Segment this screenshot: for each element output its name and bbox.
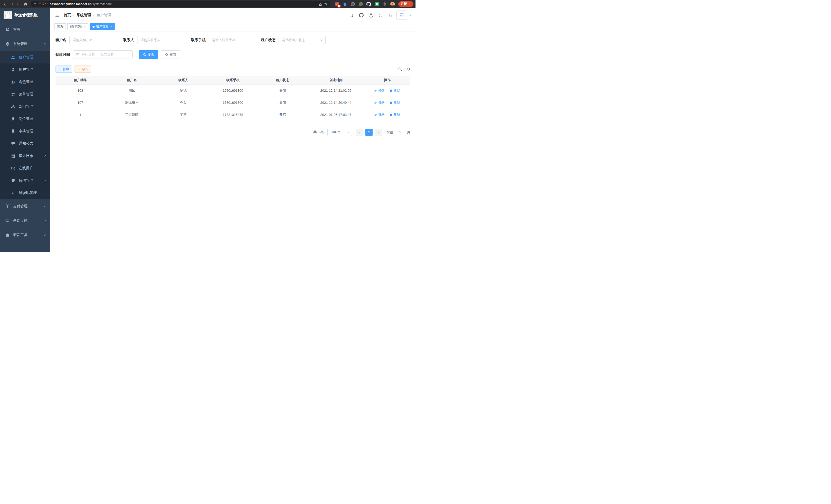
browser-menu-icon[interactable]: ⋮ (408, 2, 411, 6)
update-button[interactable]: 更新 ⋮ (398, 1, 413, 7)
browser-back-button[interactable] (2, 1, 9, 7)
page-size-select[interactable]: 10条/页 (327, 129, 352, 136)
font-size-icon[interactable] (387, 11, 395, 19)
edit-button[interactable]: 修改 (374, 100, 385, 105)
date-range-picker[interactable]: 开始日期 - 结束日期 (73, 50, 133, 59)
next-page-button[interactable]: › (375, 129, 382, 136)
tab-close-icon[interactable]: × (110, 25, 112, 28)
delete-button[interactable]: 删除 (390, 113, 400, 117)
sidebar-item-post-management[interactable]: 岗位管理 (0, 113, 50, 125)
sms-shield-icon (11, 178, 16, 183)
col-status: 租户状态 (258, 76, 307, 85)
url-bar[interactable]: 不安全 dashboard.yudao.iocoder.cn/system/te… (31, 1, 330, 7)
tab-home[interactable]: 首页 (55, 23, 66, 30)
breadcrumb-home[interactable]: 首页 (64, 13, 71, 18)
sidebar-item-tenant-management[interactable]: 租户管理 (0, 51, 50, 63)
date-separator: - (97, 53, 98, 57)
cell-tenant-id: 1 (56, 109, 105, 121)
sidebar-item-dept-management[interactable]: 部门管理 (0, 100, 50, 113)
phone-label: 联系手机 (191, 38, 206, 42)
browser-home-button[interactable] (22, 1, 29, 7)
chevron-down-icon (43, 154, 46, 157)
tenant-name-input[interactable] (69, 36, 117, 44)
sidebar-group-dev-tools[interactable]: 研发工具 (0, 228, 50, 242)
table-refresh-button[interactable] (406, 67, 410, 71)
sidebar-item-home[interactable]: 首页 (0, 22, 50, 37)
extension-badge: 10 (337, 5, 341, 8)
sidebar-item-dict-management[interactable]: 字典管理 (0, 125, 50, 138)
cell-created: 2021-01-05 17:03:47 (307, 109, 364, 121)
puzzle-extension-icon[interactable] (382, 2, 387, 7)
prev-page-button[interactable]: ‹ (356, 129, 363, 136)
reset-button[interactable]: 重置 (161, 50, 180, 59)
user-avatar[interactable] (397, 10, 407, 20)
gray-sphere-extension-icon[interactable] (350, 2, 355, 7)
table-row: 108 测试 测试 15601691300 关闭 2021-12-14 21:0… (56, 85, 410, 97)
sidebar-group-system[interactable]: 系统管理 (0, 37, 50, 51)
sidebar-toggle-icon[interactable] (55, 13, 60, 17)
tab-tenant-management[interactable]: 租户管理 × (90, 23, 115, 30)
delete-button[interactable]: 删除 (390, 100, 400, 105)
browser-toolbar: 不安全 dashboard.yudao.iocoder.cn/system/te… (0, 0, 416, 8)
status-select[interactable]: 请选择租户状态 (279, 36, 325, 44)
url-text[interactable]: dashboard.yudao.iocoder.cn/system/tenant (50, 2, 112, 6)
fullscreen-icon[interactable] (377, 11, 385, 19)
tab-dept-management[interactable]: 部门管理 × (67, 23, 88, 30)
pagination-goto: 前往 页 (386, 129, 410, 136)
sidebar-group-audit-log[interactable]: 审计日志 (0, 150, 50, 162)
delete-button[interactable]: 删除 (390, 88, 400, 93)
hide-search-button[interactable] (398, 67, 402, 71)
col-actions: 操作 (364, 76, 410, 85)
active-tab-dot (92, 26, 94, 28)
date-end-placeholder: 结束日期 (101, 52, 114, 57)
github-extension-icon[interactable] (366, 2, 371, 7)
post-badge-icon (11, 117, 16, 121)
col-created: 创建时间 (307, 76, 364, 85)
contact-input[interactable] (137, 36, 185, 44)
edit-button[interactable]: 修改 (374, 113, 385, 117)
browser-forward-button[interactable] (9, 1, 16, 7)
sidebar-logo[interactable]: 芋道管理系统 (0, 8, 50, 22)
github-icon[interactable] (357, 11, 365, 19)
sidebar-group-payment[interactable]: ¥ 支付管理 (0, 199, 50, 213)
red-grid-extension-icon[interactable]: 10 (334, 2, 339, 7)
browser-refresh-button[interactable] (16, 1, 22, 7)
infra-monitor-icon (5, 218, 10, 223)
calendar-icon (76, 53, 79, 57)
help-icon[interactable]: ? (367, 11, 375, 19)
blue-extension-icon[interactable] (342, 2, 347, 7)
sidebar-item-menu-management[interactable]: 菜单管理 (0, 88, 50, 100)
notice-message-icon (11, 141, 16, 146)
breadcrumb-system[interactable]: 系统管理 (77, 13, 91, 18)
navbar-actions: ? ▾ (348, 10, 411, 20)
sidebar-item-error-code[interactable]: 错误码管理 (0, 187, 50, 199)
sidebar-item-online-users[interactable]: 在线用户 (0, 162, 50, 174)
header-search-icon[interactable] (348, 11, 355, 19)
bookmark-star-icon[interactable] (324, 2, 327, 6)
cell-actions: 修改 删除 (364, 85, 410, 97)
share-icon[interactable] (319, 2, 322, 6)
filter-status: 租户状态 请选择租户状态 (261, 36, 325, 44)
green-circle-extension-icon[interactable] (358, 2, 363, 7)
export-button[interactable]: 导出 (75, 65, 91, 73)
avatar-caret-icon[interactable]: ▾ (409, 13, 411, 17)
table-toolbar: 新增 导出 (56, 65, 410, 73)
screen: 不安全 dashboard.yudao.iocoder.cn/system/te… (0, 0, 416, 252)
search-button[interactable]: 搜索 (139, 50, 158, 59)
sidebar-group-infrastructure[interactable]: 基础设施 (0, 213, 50, 228)
goto-page-input[interactable] (395, 129, 405, 136)
security-label[interactable]: 不安全 (38, 2, 48, 6)
sidebar-item-user-management[interactable]: 用户管理 (0, 63, 50, 76)
green-chat-extension-icon[interactable] (374, 2, 379, 7)
sidebar-item-role-management[interactable]: 角色管理 (0, 76, 50, 88)
edit-button[interactable]: 修改 (374, 88, 385, 93)
sidebar-group-sms[interactable]: 短信管理 (0, 174, 50, 187)
tab-close-icon[interactable]: × (84, 25, 86, 28)
chevron-down-icon (43, 234, 46, 237)
phone-input[interactable] (209, 36, 255, 44)
profile-avatar-icon[interactable] (390, 2, 395, 7)
page-number-button[interactable]: 1 (365, 129, 373, 136)
sidebar-item-notice[interactable]: 通知公告 (0, 138, 50, 150)
cell-status: 开启 (258, 109, 307, 121)
add-button[interactable]: 新增 (56, 65, 72, 73)
